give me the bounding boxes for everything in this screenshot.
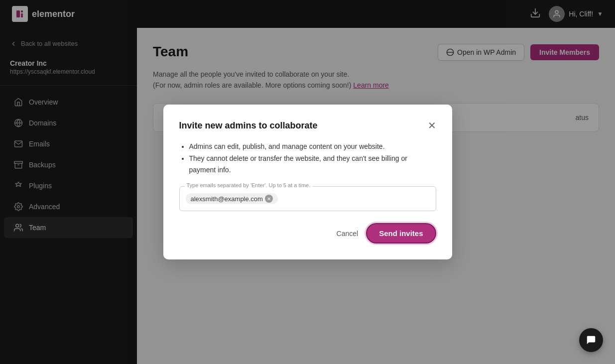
modal-bullet-1: Admins can edit, publish, and manage con… [189, 141, 436, 153]
modal-overlay[interactable]: Invite new admins to collaborate ✕ Admin… [0, 0, 615, 364]
email-input-label: Type emails separated by 'Enter'. Up to … [185, 182, 313, 188]
modal-close-button[interactable]: ✕ [428, 121, 436, 130]
modal-bullet-2: They cannot delete or transfer the websi… [189, 153, 436, 177]
chat-button[interactable] [579, 328, 603, 352]
send-invites-button[interactable]: Send invites [366, 223, 436, 243]
modal-body: Admins can edit, publish, and manage con… [179, 141, 436, 211]
modal-header: Invite new admins to collaborate ✕ [179, 121, 436, 131]
email-input-container[interactable]: Type emails separated by 'Enter'. Up to … [179, 186, 436, 211]
email-tags: alexsmith@example.com ✕ [186, 192, 430, 206]
email-tag-remove-button[interactable]: ✕ [265, 195, 273, 203]
cancel-button[interactable]: Cancel [337, 230, 359, 238]
chat-icon [586, 335, 597, 346]
email-tag-text: alexsmith@example.com [191, 195, 263, 203]
email-tag: alexsmith@example.com ✕ [186, 193, 278, 204]
modal-footer: Cancel Send invites [179, 223, 436, 243]
modal-title: Invite new admins to collaborate [179, 121, 318, 131]
invite-modal: Invite new admins to collaborate ✕ Admin… [163, 105, 452, 259]
modal-info-list: Admins can edit, publish, and manage con… [179, 141, 436, 176]
